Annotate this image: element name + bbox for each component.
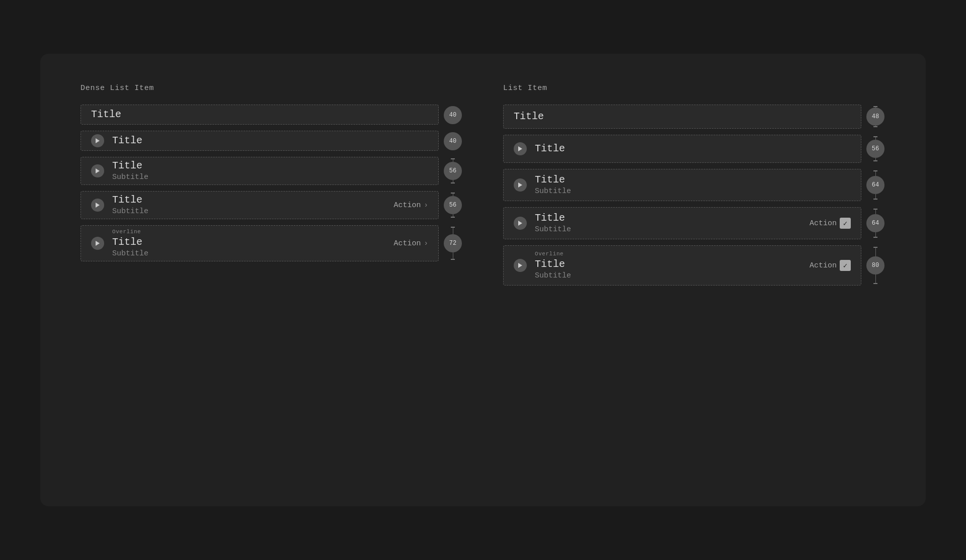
play-icon (514, 217, 527, 230)
regular-item-4-height: 64 (865, 207, 886, 239)
regular-item-4-box[interactable]: Title Subtitle Action (503, 207, 861, 239)
page-container: Dense List Item Title 40 (40, 54, 926, 506)
dense-item-3-title: Title (112, 159, 428, 172)
dense-item-1-title: Title (91, 108, 428, 121)
dense-item-4-action[interactable]: Action › (394, 201, 428, 210)
height-badge: 64 (866, 214, 884, 232)
play-icon (91, 199, 104, 212)
v-line (875, 232, 876, 237)
regular-item-5-subtitle: Subtitle (535, 271, 801, 281)
height-badge: 80 (866, 256, 884, 274)
regular-item-1-height: 48 (865, 105, 886, 129)
height-badge: 64 (866, 176, 884, 194)
regular-item-2-box[interactable]: Title (503, 135, 861, 163)
height-badge: 40 (444, 132, 462, 150)
dense-item-5-action[interactable]: Action › (394, 239, 428, 248)
regular-item-1-box[interactable]: Title (503, 105, 861, 129)
tick-bottom (451, 182, 455, 183)
dense-item-5-title: Title (112, 236, 386, 249)
dense-item-5-overline: Overline (112, 228, 386, 236)
regular-item-4-text: Title Subtitle (535, 212, 801, 235)
dense-item-4-box[interactable]: Title Subtitle Action › (80, 191, 439, 219)
svg-marker-2 (96, 203, 100, 208)
dense-item-3-subtitle: Subtitle (112, 172, 428, 182)
checkbox-icon[interactable] (840, 260, 851, 271)
height-badge: 56 (444, 196, 462, 214)
svg-marker-7 (518, 263, 522, 268)
dense-item-5: Overline Title Subtitle Action › 72 (80, 225, 463, 261)
regular-item-3-subtitle: Subtitle (535, 186, 851, 197)
regular-item-5-box[interactable]: Overline Title Subtitle Action (503, 245, 861, 286)
regular-item-2-height: 56 (865, 135, 886, 163)
v-line (875, 210, 876, 214)
svg-marker-1 (96, 168, 100, 173)
dense-item-3-text: Title Subtitle (112, 159, 428, 182)
height-badge: 48 (866, 108, 884, 126)
dense-item-2-box[interactable]: Title (80, 131, 439, 151)
height-badge: 40 (444, 106, 462, 124)
regular-item-2: Title 56 (503, 135, 886, 163)
play-icon (91, 164, 104, 177)
dense-items-container: Title 40 Title (80, 105, 463, 261)
svg-marker-4 (518, 146, 522, 151)
dense-list-column: Dense List Item Title 40 (80, 84, 463, 476)
regular-item-1-title: Title (514, 110, 851, 123)
action-label: Action (810, 261, 837, 270)
play-icon (91, 134, 104, 147)
dense-item-1-height: 40 (443, 105, 463, 125)
dense-item-3-box[interactable]: Title Subtitle (80, 157, 439, 185)
svg-marker-6 (518, 221, 522, 226)
action-label: Action (394, 239, 421, 248)
regular-item-2-title: Title (535, 142, 851, 155)
regular-item-2-text: Title (535, 142, 851, 155)
tick-bottom (873, 126, 877, 127)
action-label: Action (810, 219, 837, 228)
regular-items-container: Title 48 Title (503, 105, 886, 286)
dense-item-3-height: 56 (443, 157, 463, 185)
regular-item-4-title: Title (535, 212, 801, 225)
regular-item-1: Title 48 (503, 105, 886, 129)
regular-item-3-box[interactable]: Title Subtitle (503, 169, 861, 201)
dense-item-2-height: 40 (443, 131, 463, 151)
regular-item-5-overline: Overline (535, 250, 801, 258)
play-icon (514, 178, 527, 192)
regular-item-5: Overline Title Subtitle Action 80 (503, 245, 886, 286)
dense-item-2-title: Title (112, 134, 428, 147)
regular-item-3-height: 64 (865, 169, 886, 201)
dense-item-4-text: Title Subtitle (112, 194, 386, 217)
tick-bottom (451, 217, 455, 218)
dense-item-4-title: Title (112, 194, 386, 207)
dense-item-1: Title 40 (80, 105, 463, 125)
v-line (875, 274, 876, 283)
regular-item-5-title: Title (535, 258, 801, 271)
play-icon (91, 237, 104, 250)
height-badge: 56 (866, 140, 884, 158)
regular-item-4-subtitle: Subtitle (535, 225, 801, 235)
action-label: Action (394, 201, 421, 210)
svg-marker-3 (96, 241, 100, 246)
regular-item-4-action[interactable]: Action (810, 218, 851, 229)
checkbox-icon[interactable] (840, 218, 851, 229)
dense-item-5-text: Overline Title Subtitle (112, 228, 386, 259)
regular-item-5-text: Overline Title Subtitle (535, 250, 801, 281)
regular-item-5-height: 80 (865, 245, 886, 286)
v-line (453, 228, 453, 234)
dense-item-4-height: 56 (443, 191, 463, 219)
regular-item-1-text: Title (514, 110, 851, 123)
dense-item-2: Title 40 (80, 131, 463, 151)
dense-item-1-text: Title (91, 108, 428, 121)
dense-item-5-box[interactable]: Overline Title Subtitle Action › (80, 225, 439, 261)
v-line (453, 252, 453, 259)
regular-item-5-action[interactable]: Action (810, 260, 851, 271)
dense-item-1-box[interactable]: Title (80, 105, 439, 125)
regular-item-4: Title Subtitle Action 64 (503, 207, 886, 239)
chevron-right-icon: › (424, 239, 428, 247)
svg-marker-5 (518, 182, 522, 188)
regular-list-column: List Item Title 48 (503, 84, 886, 476)
tick-bottom (451, 259, 455, 260)
chevron-right-icon: › (424, 201, 428, 209)
height-badge: 72 (444, 234, 462, 252)
dense-item-5-subtitle: Subtitle (112, 249, 386, 259)
v-line (875, 171, 876, 176)
regular-item-3: Title Subtitle 64 (503, 169, 886, 201)
